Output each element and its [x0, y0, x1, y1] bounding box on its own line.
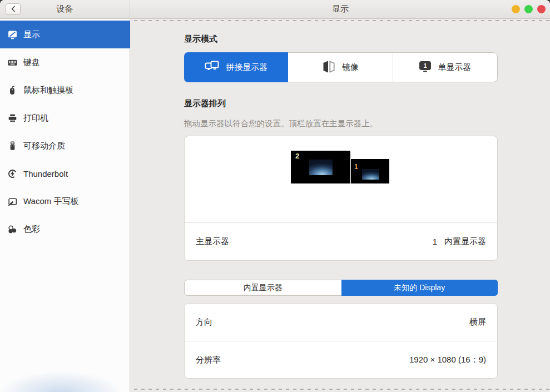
window-controls	[512, 0, 546, 18]
join-displays-icon	[205, 60, 220, 75]
monitor-thumbnail-1[interactable]: 1	[351, 159, 389, 183]
orientation-value: 横屏	[469, 317, 486, 328]
sidebar-item-display[interactable]: 显示	[0, 21, 130, 48]
sidebar-item-keyboard[interactable]: 键盘	[0, 48, 130, 76]
sidebar-item-thunderbolt[interactable]: Thunderbolt	[0, 160, 130, 187]
thunderbolt-icon	[8, 169, 17, 178]
sidebar-item-label: 显示	[23, 29, 40, 40]
mode-mirror-button[interactable]: 镜像	[288, 53, 392, 82]
display-mode-title: 显示模式	[184, 34, 498, 44]
sidebar-item-label: 打印机	[23, 113, 48, 123]
resolution-value: 1920 × 1080 (16：9)	[409, 355, 486, 365]
resolution-label: 分辨率	[196, 355, 409, 365]
display-mode-segmented-control: 拼接显示器 镜像 1 单显示器	[184, 52, 498, 82]
display-icon	[8, 30, 17, 39]
display-selector-tabs: 内置显示器 未知的 Display	[184, 280, 498, 296]
undershoot-dashes-bottom	[134, 389, 550, 390]
sidebar: 显示 键盘 鼠标和触摸板 打印机 可移动介质	[0, 19, 130, 392]
usb-drive-icon	[8, 141, 17, 151]
primary-display-label: 主显示器	[196, 236, 433, 247]
display-settings-panel: 方向 横屏 分辨率 1920 × 1080 (16：9)	[184, 303, 498, 379]
sidebar-item-label: 色彩	[23, 224, 40, 235]
mode-single-display-button[interactable]: 1 单显示器	[393, 53, 497, 82]
tab-label: 未知的 Display	[394, 283, 445, 293]
resolution-row[interactable]: 分辨率 1920 × 1080 (16：9)	[185, 341, 497, 378]
tab-built-in-display[interactable]: 内置显示器	[185, 280, 341, 295]
mouse-icon	[8, 86, 17, 95]
single-display-icon: 1	[419, 61, 432, 74]
settings-window: 设备 显示 显示 键盘	[0, 0, 550, 392]
monitor-wallpaper	[309, 160, 333, 175]
close-button[interactable]	[537, 5, 546, 13]
headerbar: 设备 显示	[0, 0, 550, 19]
monitor-thumbnail-2[interactable]: 2	[291, 151, 350, 183]
sidebar-item-label: 键盘	[23, 57, 40, 68]
monitor-number-label: 1	[354, 163, 358, 171]
tab-unknown-display[interactable]: 未知的 Display	[341, 280, 498, 296]
arrangement-panel: 2 1 主显示器 1 内置显示器	[184, 136, 498, 261]
svg-text:1: 1	[424, 62, 427, 69]
mode-option-label: 单显示器	[438, 62, 471, 73]
sidebar-item-color[interactable]: 色彩	[0, 215, 130, 243]
orientation-row[interactable]: 方向 横屏	[185, 304, 497, 341]
mode-join-displays-button[interactable]: 拼接显示器	[184, 52, 288, 82]
sidebar-header-title: 设备	[57, 4, 73, 14]
mirror-icon	[322, 60, 336, 75]
sidebar-item-mouse-touchpad[interactable]: 鼠标和触摸板	[0, 76, 130, 104]
arrangement-title: 显示器排列	[184, 98, 498, 109]
monitor-number-label: 2	[295, 152, 299, 160]
minimize-button[interactable]	[512, 5, 520, 13]
mode-option-label: 拼接显示器	[226, 62, 267, 73]
sidebar-item-wacom-tablet[interactable]: Wacom 手写板	[0, 187, 130, 215]
arrangement-subtitle: 拖动显示器以符合您的设置。顶栏放置在主显示器上。	[184, 118, 498, 129]
content-pane: 显示模式 拼接显示器 镜像 1	[131, 19, 550, 392]
wacom-tablet-icon	[8, 197, 17, 206]
primary-display-row[interactable]: 主显示器 1 内置显示器	[185, 223, 497, 260]
arrangement-canvas: 2 1	[185, 136, 497, 223]
header-main-section: 显示	[131, 0, 550, 18]
monitor-wallpaper	[362, 169, 379, 180]
orientation-label: 方向	[196, 317, 469, 328]
primary-display-number: 1	[433, 237, 437, 246]
primary-display-name: 内置显示器	[444, 236, 486, 247]
sidebar-item-printers[interactable]: 打印机	[0, 104, 130, 132]
color-icon	[8, 225, 17, 234]
sidebar-item-label: 鼠标和触摸板	[23, 85, 73, 96]
sidebar-item-label: Thunderbolt	[23, 169, 68, 178]
primary-display-value: 1 内置显示器	[433, 236, 486, 247]
back-button[interactable]	[6, 3, 21, 15]
sidebar-item-removable-media[interactable]: 可移动介质	[0, 132, 130, 160]
sidebar-item-label: 可移动介质	[23, 141, 65, 151]
sidebar-item-label: Wacom 手写板	[23, 196, 78, 207]
page-title: 显示	[332, 4, 349, 14]
mode-option-label: 镜像	[342, 62, 359, 73]
printer-icon	[8, 113, 17, 123]
maximize-button[interactable]	[524, 5, 533, 13]
keyboard-icon	[8, 58, 17, 67]
back-chevron-icon	[11, 4, 16, 14]
tab-label: 内置显示器	[244, 283, 283, 293]
